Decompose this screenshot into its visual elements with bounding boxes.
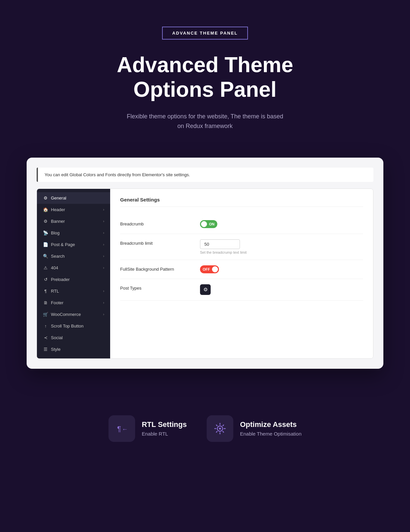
hero-section: ADVANCE THEME PANEL Advanced Theme Optio… <box>0 0 410 151</box>
banner-icon: ⚙ <box>43 219 48 224</box>
blog-icon: 📡 <box>43 230 48 235</box>
main-content: General Settings Breadcrumb ON Breadcrum… <box>110 189 373 358</box>
style-icon: ☰ <box>43 347 48 352</box>
svg-text:←: ← <box>122 426 128 433</box>
setting-row-breadcrumb-limit: Breadcrumb limit Set the breadcrump text… <box>120 234 363 260</box>
sidebar-item-preloader[interactable]: ↺ Preloader <box>37 274 110 285</box>
hero-subtitle: Flexible theme options for the website, … <box>125 112 285 131</box>
feature-rtl-title: RTL Settings <box>142 420 187 429</box>
toggle-off-fullsite[interactable]: OFF <box>200 265 219 273</box>
sidebar-label-banner: Banner <box>51 219 65 224</box>
chevron-icon: › <box>103 243 104 246</box>
sidebar-label-style: Style <box>51 347 61 352</box>
breadcrumb-limit-hint: Set the breadcrump text limit <box>200 250 363 254</box>
header-icon: 🏠 <box>43 207 48 212</box>
post-types-gear-button[interactable]: ⚙ <box>200 284 211 295</box>
chevron-icon: › <box>103 254 104 258</box>
woocommerce-icon: 🛒 <box>43 312 48 317</box>
setting-control-breadcrumb-limit: Set the breadcrump text limit <box>200 239 363 254</box>
panel-inner: ⚙ General 🏠 Header › ⚙ Banner › <box>37 189 373 359</box>
svg-line-10 <box>223 425 224 426</box>
sidebar-item-footer[interactable]: 🗎 Footer › <box>37 297 110 309</box>
sidebar-item-404[interactable]: ⚠ 404 › <box>37 262 110 274</box>
chevron-icon: › <box>103 219 104 223</box>
badge: ADVANCE THEME PANEL <box>162 27 248 40</box>
features-section: ¶ ← RTL Settings Enable RTL <box>0 395 410 462</box>
sidebar-label-post-page: Post & Page <box>51 242 75 247</box>
svg-line-9 <box>223 431 224 432</box>
panel-wrapper: You can edit Global Colors and Fonts dir… <box>27 158 383 369</box>
svg-line-8 <box>216 425 217 426</box>
setting-label-breadcrumb-limit: Breadcrumb limit <box>120 239 187 246</box>
setting-row-fullsite-bg: FullSite Background Pattern OFF <box>120 260 363 279</box>
toggle-on-breadcrumb[interactable]: ON <box>200 220 217 228</box>
rtl-feature-icon-box: ¶ ← <box>108 415 135 442</box>
feature-rtl-desc: Enable RTL <box>142 431 187 437</box>
rtl-icon: ¶ <box>43 289 48 294</box>
breadcrumb-limit-input[interactable] <box>200 239 240 249</box>
error-icon: ⚠ <box>43 265 48 270</box>
setting-label-fullsite-bg: FullSite Background Pattern <box>120 265 187 272</box>
feature-optimize-text: Optimize Assets Enable Theme Optimisatio… <box>240 420 302 437</box>
sidebar-item-post-page[interactable]: 📄 Post & Page › <box>37 239 110 250</box>
footer-icon: 🗎 <box>43 300 48 305</box>
post-page-icon: 📄 <box>43 242 48 247</box>
feature-rtl-text: RTL Settings Enable RTL <box>142 420 187 437</box>
sidebar-label-404: 404 <box>51 265 58 270</box>
general-icon: ⚙ <box>43 196 48 200</box>
setting-label-breadcrumb: Breadcrumb <box>120 220 187 226</box>
sidebar-label-general: General <box>51 196 66 200</box>
chevron-icon: › <box>103 266 104 270</box>
setting-control-breadcrumb[interactable]: ON <box>200 220 363 228</box>
setting-control-fullsite-bg[interactable]: OFF <box>200 265 363 273</box>
search-icon: 🔍 <box>43 254 48 259</box>
sidebar-label-search: Search <box>51 254 65 259</box>
optimize-feature-icon-box <box>207 415 233 442</box>
chevron-icon: › <box>103 301 104 305</box>
toggle-on-label: ON <box>209 222 215 226</box>
feature-rtl: ¶ ← RTL Settings Enable RTL <box>108 415 187 442</box>
toggle-off-label: OFF <box>203 267 210 271</box>
sidebar-label-header: Header <box>51 207 65 212</box>
svg-line-11 <box>216 431 217 432</box>
svg-point-3 <box>219 428 221 430</box>
sidebar-item-banner[interactable]: ⚙ Banner › <box>37 215 110 227</box>
chevron-icon: › <box>103 231 104 235</box>
sidebar-item-social[interactable]: ≺ Social <box>37 332 110 343</box>
setting-row-post-types: Post Types ⚙ <box>120 279 363 301</box>
sidebar-label-blog: Blog <box>51 230 60 235</box>
toggle-circle-off <box>212 266 218 272</box>
feature-optimize-title: Optimize Assets <box>240 420 302 429</box>
sidebar-label-footer: Footer <box>51 300 64 305</box>
hero-title: Advanced Theme Options Panel <box>89 53 321 102</box>
sidebar-item-blog[interactable]: 📡 Blog › <box>37 227 110 239</box>
chevron-icon: › <box>103 208 104 211</box>
feature-optimize: Optimize Assets Enable Theme Optimisatio… <box>207 415 302 442</box>
preloader-icon: ↺ <box>43 277 48 282</box>
rtl-feature-icon: ¶ ← <box>116 423 128 435</box>
panel-notice: You can edit Global Colors and Fonts dir… <box>37 168 373 182</box>
setting-label-post-types: Post Types <box>120 284 187 291</box>
toggle-circle <box>201 221 207 227</box>
sidebar-label-social: Social <box>51 335 63 340</box>
chevron-icon: › <box>103 313 104 316</box>
sidebar-label-woocommerce: WooCommerce <box>51 312 81 317</box>
setting-control-post-types[interactable]: ⚙ <box>200 284 363 295</box>
setting-row-breadcrumb: Breadcrumb ON <box>120 215 363 234</box>
scroll-top-icon: ↑ <box>43 324 48 329</box>
sidebar-item-style[interactable]: ☰ Style <box>37 343 110 355</box>
svg-text:¶: ¶ <box>117 425 121 433</box>
sidebar-item-rtl[interactable]: ¶ RTL › <box>37 285 110 297</box>
sidebar-label-scroll-top: Scroll Top Button <box>51 324 84 329</box>
sidebar-item-woocommerce[interactable]: 🛒 WooCommerce › <box>37 309 110 320</box>
sidebar-item-search[interactable]: 🔍 Search › <box>37 250 110 262</box>
sidebar-label-preloader: Preloader <box>51 277 70 282</box>
sidebar-item-scroll-top[interactable]: ↑ Scroll Top Button <box>37 320 110 332</box>
sidebar-item-general[interactable]: ⚙ General <box>37 192 110 204</box>
settings-title: General Settings <box>120 197 363 207</box>
sidebar-item-header[interactable]: 🏠 Header › <box>37 204 110 215</box>
sidebar: ⚙ General 🏠 Header › ⚙ Banner › <box>37 189 110 358</box>
sidebar-label-rtl: RTL <box>51 289 59 294</box>
optimize-feature-icon <box>214 423 226 435</box>
chevron-icon: › <box>103 289 104 293</box>
